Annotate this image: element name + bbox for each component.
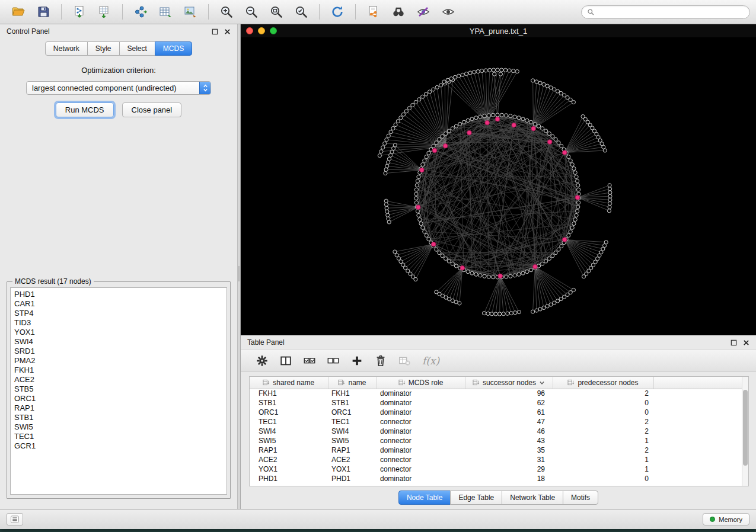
mcds-result-item[interactable]: STB1: [14, 413, 227, 422]
table-cell: STB1: [250, 398, 328, 408]
mcds-result-item[interactable]: YOX1: [14, 328, 227, 337]
mcds-result-item[interactable]: SWI4: [14, 337, 227, 347]
mcds-result-item[interactable]: SWI5: [14, 422, 227, 432]
import-table-file-button[interactable]: [92, 2, 117, 22]
mcds-result-list[interactable]: PHD1CAR1STP4TID3YOX1SWI4SRD1PMA2FKH1ACE2…: [10, 287, 227, 495]
table-row[interactable]: TEC1TEC1connector472: [250, 417, 742, 427]
add-column-button[interactable]: [346, 351, 368, 370]
mcds-result-item[interactable]: FKH1: [14, 366, 227, 375]
mcds-result-item[interactable]: CAR1: [14, 299, 227, 309]
new-table-button[interactable]: [153, 2, 178, 22]
mcds-result-item[interactable]: STP4: [14, 309, 227, 318]
table-row[interactable]: ORC1ORC1dominator610: [250, 408, 742, 417]
delete-table-button[interactable]: [394, 351, 415, 370]
column-header-name[interactable]: name: [328, 377, 377, 389]
toolbar-separator: [355, 4, 356, 20]
tab-motifs[interactable]: Motifs: [563, 491, 598, 505]
zoom-out-button[interactable]: [239, 2, 264, 22]
table-row[interactable]: PHD1PHD1dominator180: [250, 474, 742, 483]
clone-network-button[interactable]: [361, 2, 386, 22]
function-builder-button[interactable]: f(x): [422, 355, 439, 367]
tab-select[interactable]: Select: [119, 41, 155, 56]
tab-edge-table[interactable]: Edge Table: [450, 491, 502, 505]
mcds-result-item[interactable]: ORC1: [14, 394, 227, 403]
delete-column-button[interactable]: [370, 351, 391, 370]
table-cell: ORC1: [250, 408, 328, 417]
criterion-dropdown[interactable]: largest connected component (undirected): [26, 81, 211, 95]
deselect-all-columns-button[interactable]: [323, 351, 344, 370]
mcds-result-item[interactable]: ACE2: [14, 375, 227, 384]
zoom-fit-button[interactable]: [264, 2, 289, 22]
table-row[interactable]: SWI4SWI4dominator462: [250, 427, 742, 436]
mcds-result-item[interactable]: GCR1: [14, 441, 227, 451]
mcds-result-item[interactable]: TEC1: [14, 432, 227, 441]
table-row[interactable]: STB1STB1dominator620: [250, 398, 742, 408]
table-row[interactable]: RAP1RAP1dominator352: [250, 446, 742, 455]
table-row[interactable]: YOX1YOX1connector291: [250, 464, 742, 474]
save-session-button[interactable]: [31, 2, 56, 22]
node-table-grid: shared namenameMCDS rolesuccessor nodesp…: [250, 377, 742, 483]
close-table-panel-icon[interactable]: [743, 339, 749, 346]
table-cell: 2: [553, 446, 653, 455]
run-mcds-button[interactable]: Run MCDS: [56, 102, 114, 117]
mcds-result-item[interactable]: PHD1: [14, 290, 227, 299]
table-cell: dominator: [377, 408, 465, 417]
table-scrollbar[interactable]: [742, 377, 748, 486]
mcds-result-item[interactable]: STB5: [14, 384, 227, 394]
table-cell: YOX1: [250, 464, 328, 474]
import-network-file-button[interactable]: [67, 2, 92, 22]
panel-menu-button[interactable]: [7, 513, 23, 525]
table-cell: 62: [465, 398, 553, 408]
table-scrollbar-thumb[interactable]: [743, 390, 748, 466]
hide-graphics-details-button[interactable]: [411, 2, 436, 22]
table-cell: TEC1: [250, 417, 328, 427]
table-gear-button[interactable]: [251, 351, 273, 370]
show-graphics-details-button[interactable]: [436, 2, 461, 22]
column-header-MCDS-role[interactable]: MCDS role: [377, 377, 465, 389]
table-header-row: shared namenameMCDS rolesuccessor nodesp…: [250, 377, 742, 389]
mcds-result-item[interactable]: RAP1: [14, 403, 227, 413]
table-cell: 47: [465, 417, 553, 427]
mcds-result-item[interactable]: PMA2: [14, 356, 227, 366]
export-image-button[interactable]: [178, 2, 203, 22]
mcds-result-item[interactable]: SRD1: [14, 347, 227, 356]
window-zoom-traffic-light[interactable]: [270, 27, 277, 34]
select-all-columns-button[interactable]: [299, 351, 320, 370]
close-panel-icon[interactable]: [224, 28, 231, 35]
open-session-button[interactable]: [6, 2, 31, 22]
table-row[interactable]: FKH1FKH1dominator962: [250, 389, 742, 398]
table-row[interactable]: ACE2ACE2connector311: [250, 455, 742, 464]
toolbar-search[interactable]: [581, 5, 750, 19]
new-network-button[interactable]: [128, 2, 153, 22]
zoom-selected-icon: [294, 5, 308, 19]
tab-network[interactable]: Network: [45, 41, 88, 56]
float-panel-icon[interactable]: [212, 28, 218, 35]
table-row[interactable]: SWI5SWI5connector431: [250, 436, 742, 446]
zoom-selected-button[interactable]: [289, 2, 314, 22]
table-cell-filler: [653, 436, 742, 446]
table-cell: 2: [553, 427, 653, 436]
window-close-traffic-light[interactable]: [246, 27, 253, 34]
search-network-button[interactable]: [386, 2, 411, 22]
add-column-icon: [350, 354, 363, 367]
column-header-predecessor-nodes[interactable]: predecessor nodes: [553, 377, 653, 389]
memory-button[interactable]: Memory: [703, 513, 749, 525]
control-panel: Control Panel NetworkStyleSelectMCDS Opt…: [0, 24, 237, 509]
show-columns-button[interactable]: [275, 351, 296, 370]
search-input[interactable]: [598, 8, 744, 16]
table-cell: dominator: [377, 398, 465, 408]
column-header-successor-nodes[interactable]: successor nodes: [465, 377, 553, 389]
tab-node-table[interactable]: Node Table: [398, 491, 451, 505]
column-header-shared-name[interactable]: shared name: [250, 377, 328, 389]
mcds-result-item[interactable]: TID3: [14, 318, 227, 328]
table-cell: connector: [377, 464, 465, 474]
float-table-panel-icon[interactable]: [731, 339, 737, 346]
apply-layout-refresh-button[interactable]: [325, 2, 350, 22]
zoom-in-button[interactable]: [214, 2, 239, 22]
tab-mcds[interactable]: MCDS: [155, 41, 192, 56]
tab-network-table[interactable]: Network Table: [502, 491, 563, 505]
network-canvas[interactable]: [241, 37, 756, 335]
window-minimize-traffic-light[interactable]: [258, 27, 265, 34]
tab-style[interactable]: Style: [87, 41, 120, 56]
close-panel-button[interactable]: Close panel: [122, 102, 182, 117]
